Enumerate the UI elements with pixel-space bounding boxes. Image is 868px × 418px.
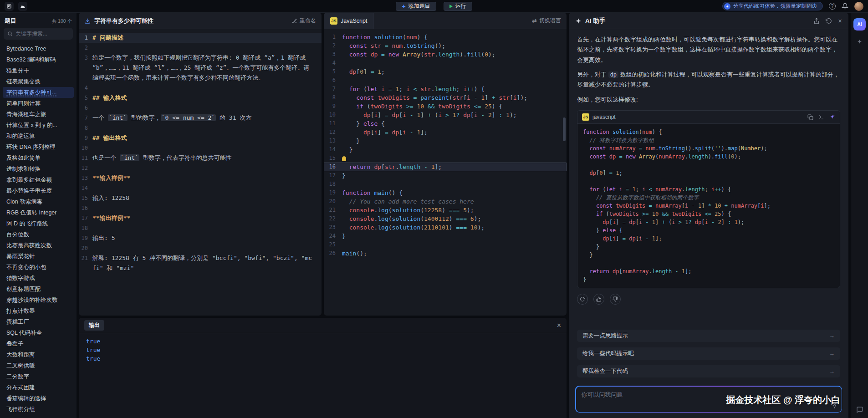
sidebar-item[interactable]: 穿越沙漠的补给次数 bbox=[3, 295, 74, 306]
code-line: 14 bbox=[79, 183, 322, 193]
line-number: 8 bbox=[324, 93, 342, 102]
suggestion-button[interactable]: 帮我检查一下代码→ bbox=[577, 365, 840, 377]
chat-icon[interactable] bbox=[856, 406, 863, 413]
code-line bbox=[583, 177, 834, 185]
line-content: const twoDigits = numArray[i - 1] * 10 +… bbox=[583, 202, 828, 210]
line-content bbox=[583, 161, 828, 169]
sidebar-item[interactable]: 二叉树供暖 bbox=[3, 360, 74, 371]
assistant-message-text: 例如，您可以这样修改: bbox=[577, 95, 840, 105]
code-line: 10 bbox=[79, 143, 322, 153]
line-content: } bbox=[583, 243, 828, 251]
editor-scrollbar[interactable] bbox=[563, 117, 566, 141]
regenerate-icon[interactable] bbox=[577, 294, 588, 305]
sidebar-item[interactable]: 字符串有多少种可... bbox=[3, 87, 74, 98]
thumbs-up-icon[interactable] bbox=[593, 294, 604, 305]
search-input[interactable] bbox=[15, 31, 69, 37]
line-content: function solution(num) { bbox=[342, 33, 560, 41]
send-icon[interactable] bbox=[831, 402, 837, 408]
sidebar-item[interactable]: 猫鱼分干 bbox=[3, 65, 74, 76]
line-number: 18 bbox=[324, 180, 342, 189]
code-line: 18 bbox=[79, 223, 322, 233]
code-editor[interactable]: 1function solution(num) {2 const str = n… bbox=[324, 29, 567, 316]
sidebar-item[interactable]: 比赛最高获胜次数 bbox=[3, 240, 74, 251]
tab-output[interactable]: 输出 bbox=[84, 320, 104, 331]
tab-javascript[interactable]: JS JavaScript bbox=[324, 13, 374, 29]
code-line: 13 } bbox=[324, 137, 567, 145]
app-logo-icon[interactable] bbox=[5, 2, 14, 11]
line-content: console.log(solution(12258) === 5); bbox=[342, 206, 560, 214]
line-content: 也是一个 `int` 型数字，代表字符串的总共可能性 bbox=[92, 153, 315, 163]
line-content: // You can add more test cases here bbox=[342, 197, 560, 206]
sidebar-item[interactable]: 蛋糕工厂 bbox=[3, 316, 74, 327]
sidebar-item-label: 计算位置 x 到 y 的... bbox=[6, 122, 57, 129]
sidebar-item[interactable]: Cion 勒索病毒 bbox=[3, 196, 74, 207]
bell-icon[interactable] bbox=[842, 3, 848, 10]
sidebar-item[interactable]: 创意标题匹配 bbox=[3, 284, 74, 295]
topbar-left bbox=[5, 2, 396, 11]
sidebar-item[interactable]: 简单四则计算 bbox=[3, 98, 74, 109]
sidebar-item[interactable]: 二分数字 bbox=[3, 371, 74, 382]
problem-markdown-editor[interactable]: 1# 问题描述2 3给定一个数字，我们按照如下规则把它翻译为字符串: 0 翻译成… bbox=[79, 29, 322, 316]
switch-language-button[interactable]: ⇄ 切换语言 bbox=[532, 17, 561, 25]
sidebar-item[interactable]: 大数和距离 bbox=[3, 349, 74, 360]
magic-wand-icon[interactable] bbox=[829, 114, 835, 120]
lightbulb-icon[interactable] bbox=[342, 156, 346, 161]
line-number: 10 bbox=[324, 111, 342, 119]
sidebar-item[interactable]: Base32 编码和解码 bbox=[3, 54, 74, 65]
sidebar-item[interactable]: 计算位置 x 到 y 的... bbox=[3, 120, 74, 131]
line-content bbox=[92, 243, 315, 253]
sidebar-item[interactable]: 和的逆运算 bbox=[3, 131, 74, 142]
run-button[interactable]: 运行 bbox=[444, 2, 472, 11]
sidebar-item[interactable]: Bytedance Tree bbox=[3, 43, 74, 54]
problem-sidebar: 题目 共 100 个 Bytedance TreeBase32 编码和解码猫鱼分… bbox=[0, 13, 77, 418]
code-line: if (twoDigits >= 10 && twoDigits <= 25) … bbox=[583, 210, 834, 218]
sidebar-item[interactable]: 及格如此简单 bbox=[3, 153, 74, 163]
output-close-icon[interactable]: × bbox=[557, 322, 561, 329]
suggestion-label: 给我一些代码提示吧 bbox=[582, 350, 634, 357]
thumbs-down-icon[interactable] bbox=[610, 294, 621, 305]
sidebar-item[interactable]: 打点计数器 bbox=[3, 306, 74, 316]
insert-code-icon[interactable] bbox=[818, 114, 824, 120]
mountain-logo-icon[interactable] bbox=[18, 2, 27, 11]
sidebar-item[interactable]: 百分位数 bbox=[3, 229, 74, 240]
copy-icon[interactable] bbox=[807, 114, 813, 120]
ai-code-content: function solution(num) { // 将数字转换为数字数组 c… bbox=[577, 124, 840, 288]
sidebar-item[interactable]: SQL 代码补全 bbox=[3, 327, 74, 338]
suggestion-button[interactable]: 需要一点思路提示→ bbox=[577, 330, 840, 342]
sidebar-item[interactable]: 青海湖租车之旅 bbox=[3, 109, 74, 120]
sidebar-item[interactable]: 进制求和转换 bbox=[3, 163, 74, 174]
line-number: 9 bbox=[324, 102, 342, 111]
sidebar-item[interactable]: 飞行棋分组 bbox=[3, 404, 74, 415]
javascript-icon: JS bbox=[582, 113, 589, 121]
sidebar-item[interactable]: 环状 DNA 序列整理 bbox=[3, 142, 74, 153]
avatar[interactable] bbox=[854, 2, 863, 11]
close-icon[interactable]: × bbox=[838, 17, 842, 24]
sidebar-item[interactable]: 拿到最多红包金额 bbox=[3, 174, 74, 185]
code-line: } bbox=[583, 243, 834, 251]
sidebar-item[interactable]: 分布式团建 bbox=[3, 382, 74, 393]
sidebar-item[interactable]: 暴雨梨花针 bbox=[3, 251, 74, 262]
promo-button[interactable]: 分享代码练习体验，领限量定制周边 bbox=[722, 2, 823, 10]
sidebar-item[interactable]: 猜数字游戏 bbox=[3, 273, 74, 284]
line-number: 19 bbox=[324, 189, 342, 197]
ai-question-input[interactable] bbox=[582, 391, 836, 398]
problem-panel-header: 字符串有多少种可能性 重命名 bbox=[79, 13, 322, 29]
line-content: // 将数字转换为数字数组 bbox=[583, 136, 828, 144]
sidebar-item[interactable]: 阿 D 的飞行路线 bbox=[3, 218, 74, 229]
history-icon[interactable] bbox=[826, 18, 832, 24]
code-line: 24} bbox=[324, 232, 567, 240]
problem-count: 共 100 个 bbox=[52, 18, 72, 25]
sidebar-item[interactable]: RGB 色值转 Integer bbox=[3, 207, 74, 218]
sidebar-item[interactable]: 最小替换子串长度 bbox=[3, 185, 74, 196]
sidebar-item[interactable]: 叠盘子 bbox=[3, 338, 74, 349]
ai-assistant-icon[interactable]: AI bbox=[853, 18, 866, 31]
add-problem-button[interactable]: + 添加题目 bbox=[396, 2, 436, 11]
sidebar-item[interactable]: 链表聚集交换 bbox=[3, 76, 74, 87]
rename-button[interactable]: 重命名 bbox=[292, 17, 316, 25]
sidebar-item[interactable]: 番茄编辑的选择 bbox=[3, 393, 74, 404]
help-icon[interactable]: ? bbox=[829, 3, 836, 10]
suggestion-button[interactable]: 给我一些代码提示吧→ bbox=[577, 347, 840, 360]
share-icon[interactable] bbox=[813, 18, 820, 24]
magic-wand-icon[interactable] bbox=[856, 39, 863, 46]
sidebar-item[interactable]: 不再贪心的小包 bbox=[3, 262, 74, 273]
